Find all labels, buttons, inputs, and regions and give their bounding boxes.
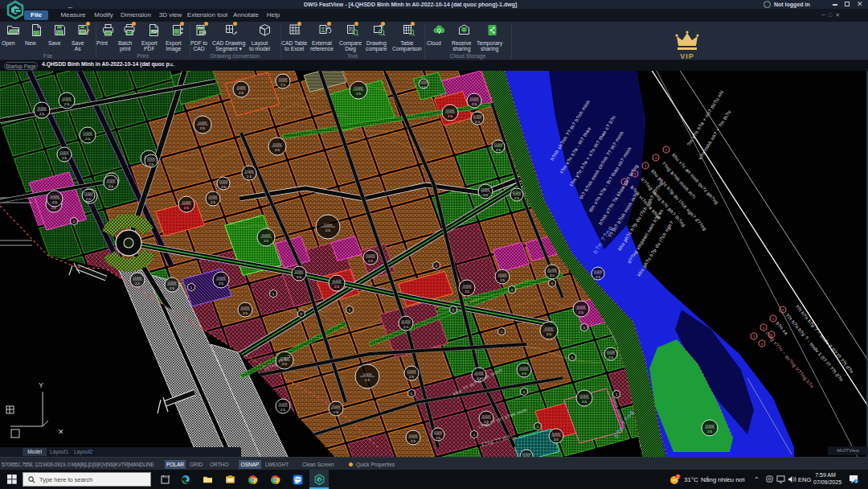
svg-text:O.DV: O.DV	[279, 402, 288, 406]
svg-text:2.5: 2.5	[149, 162, 154, 166]
svg-text:2.5: 2.5	[409, 375, 415, 379]
svg-text:O.DV: O.DV	[209, 195, 218, 199]
svg-text:O.DV: O.DV	[295, 269, 304, 273]
svg-text:2.5: 2.5	[297, 275, 302, 279]
svg-text:2.5: 2.5	[135, 281, 141, 286]
svg-text:CAD: CAD	[200, 31, 207, 35]
svg-text:O.DV: O.DV	[333, 279, 342, 283]
svg-text:O.DV: O.DV	[84, 131, 92, 135]
svg-text:O.DV: O.DV	[237, 85, 246, 89]
svg-text:2.5: 2.5	[334, 410, 339, 414]
svg-text:2.5: 2.5	[465, 290, 470, 294]
svg-text:O.DV: O.DV	[409, 434, 418, 438]
svg-text:2.5: 2.5	[170, 286, 175, 290]
svg-text:2.5: 2.5	[608, 355, 614, 360]
svg-text:PDF: PDF	[151, 30, 158, 34]
svg-text:PDF: PDF	[198, 27, 204, 30]
svg-text:O.DV: O.DV	[60, 150, 69, 154]
svg-text:O.DV: O.DV	[241, 306, 250, 310]
svg-text:2.5: 2.5	[483, 193, 489, 197]
svg-text:2.5: 2.5	[62, 156, 68, 160]
svg-text:2.5: 2.5	[550, 273, 555, 277]
svg-text:O.DV: O.DV	[494, 142, 503, 146]
svg-text:2.5: 2.5	[219, 281, 224, 286]
svg-text:O.DV: O.DV	[498, 273, 507, 277]
svg-text:2.5: 2.5	[356, 92, 362, 96]
svg-text:O.DV: O.DV	[332, 405, 341, 409]
svg-text:O.DV: O.DV	[199, 121, 207, 125]
svg-text:O.DV: O.DV	[545, 327, 554, 331]
svg-text:2.5: 2.5	[108, 184, 114, 188]
svg-text:O.DV: O.DV	[577, 305, 586, 309]
svg-text:O.DV: O.DV	[482, 414, 491, 418]
svg-text:O.DV: O.DV	[548, 268, 557, 272]
svg-text:O.DV: O.DV	[84, 191, 93, 195]
svg-text:2.5: 2.5	[280, 83, 286, 87]
svg-text:O.DV: O.DV	[354, 86, 363, 90]
svg-text:2.5: 2.5	[514, 196, 520, 200]
svg-text:O.DV: O.DV	[552, 432, 561, 436]
svg-text:2: 2	[677, 475, 679, 479]
svg-text:✕: ✕	[58, 428, 64, 436]
svg-text:O.DV: O.DV	[147, 157, 156, 161]
svg-text:Y: Y	[39, 381, 43, 389]
svg-text:O.DV: O.DV	[363, 372, 372, 376]
svg-text:2.5: 2.5	[184, 206, 190, 210]
svg-text:2.5: 2.5	[596, 275, 601, 279]
svg-text:O.DV: O.DV	[463, 284, 472, 288]
svg-text:2.5: 2.5	[472, 102, 477, 106]
svg-text:2.5: 2.5	[496, 148, 502, 152]
svg-text:O.DV: O.DV	[273, 142, 282, 146]
svg-text:2.5: 2.5	[421, 85, 427, 89]
svg-text:O.DV: O.DV	[473, 114, 482, 118]
svg-text:2.5: 2.5	[411, 439, 416, 443]
svg-text:O.DV: O.DV	[475, 371, 484, 375]
svg-text:O.DV: O.DV	[594, 269, 603, 273]
svg-text:2.5: 2.5	[247, 175, 252, 179]
svg-text:2.5: 2.5	[326, 228, 331, 232]
svg-text:2.5: 2.5	[280, 408, 286, 412]
svg-text:2.5: 2.5	[85, 137, 91, 141]
svg-text:O.DV: O.DV	[420, 80, 428, 84]
svg-text:2.5: 2.5	[264, 239, 269, 243]
svg-text:O.DV: O.DV	[133, 276, 142, 280]
svg-text:2.5: 2.5	[86, 197, 92, 201]
svg-text:O.DV: O.DV	[279, 77, 288, 81]
svg-text:O.DV: O.DV	[580, 394, 589, 398]
svg-text:2.5: 2.5	[365, 378, 371, 382]
svg-text:O.DV: O.DV	[245, 169, 254, 173]
svg-text:O.DV: O.DV	[434, 430, 443, 434]
svg-text:O.DV: O.DV	[63, 97, 72, 101]
svg-text:2.5: 2.5	[500, 278, 506, 282]
svg-text:2.5: 2.5	[368, 259, 374, 263]
svg-text:O.DV: O.DV	[402, 319, 411, 323]
svg-text:O.DV: O.DV	[38, 106, 47, 110]
svg-text:O.DV: O.DV	[470, 97, 479, 101]
svg-text:O.DV: O.DV	[182, 200, 191, 204]
svg-text:O.DV: O.DV	[522, 452, 531, 456]
svg-text:O.DV: O.DV	[217, 276, 226, 280]
svg-text:2.5: 2.5	[334, 285, 340, 289]
svg-text:O.DV: O.DV	[481, 187, 490, 191]
svg-text:2.5: 2.5	[39, 112, 45, 116]
svg-text:2.5: 2.5	[64, 102, 70, 106]
svg-text:2.5: 2.5	[275, 148, 280, 152]
svg-text:O.DV: O.DV	[607, 350, 616, 354]
svg-text:O.DV: O.DV	[51, 195, 59, 199]
svg-text:2.5: 2.5	[239, 91, 244, 95]
svg-text:2.5: 2.5	[547, 332, 552, 336]
svg-text:O.DV: O.DV	[513, 191, 522, 195]
svg-text:O.DV: O.DV	[324, 223, 333, 227]
svg-text:2.5: 2.5	[582, 400, 588, 404]
svg-text:2.5: 2.5	[52, 200, 58, 204]
svg-text:VIP: VIP	[680, 52, 694, 60]
svg-text:2.5: 2.5	[403, 325, 409, 329]
svg-text:2.5: 2.5	[707, 429, 713, 434]
svg-text:2.5: 2.5	[448, 114, 453, 118]
svg-text:2.5: 2.5	[436, 436, 441, 440]
svg-text:2.5: 2.5	[243, 311, 248, 315]
svg-text:O.DV: O.DV	[407, 369, 416, 373]
svg-text:O.DV: O.DV	[168, 281, 177, 285]
svg-text:2.5: 2.5	[579, 310, 584, 314]
svg-text:O.DV: O.DV	[446, 109, 455, 113]
